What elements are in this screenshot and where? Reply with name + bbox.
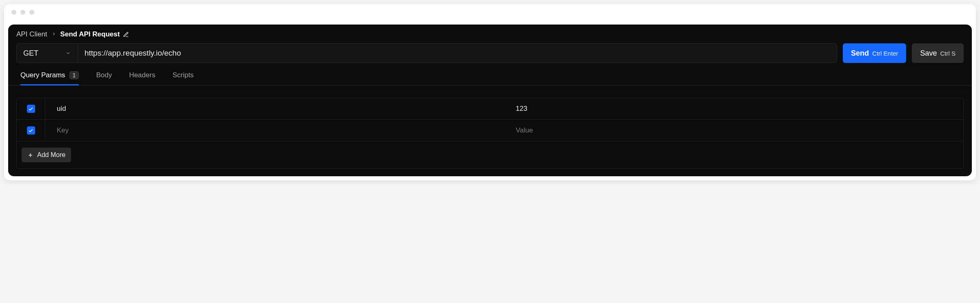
content-panel: API Client Send API Request GET Send xyxy=(8,25,972,176)
checkbox-icon[interactable] xyxy=(27,126,35,135)
param-enabled-cell xyxy=(17,120,45,141)
url-bar: GET xyxy=(16,43,837,63)
close-icon[interactable] xyxy=(11,10,16,15)
param-row xyxy=(17,120,963,141)
param-value-input[interactable] xyxy=(516,126,952,135)
send-label: Send xyxy=(851,49,869,58)
tab-body[interactable]: Body xyxy=(96,71,112,85)
breadcrumb-current: Send API Request xyxy=(60,30,129,38)
tab-query-params[interactable]: Query Params 1 xyxy=(20,71,79,85)
request-row: GET Send Ctrl Enter Save Ctrl S xyxy=(8,43,972,63)
param-key-input[interactable] xyxy=(57,105,493,113)
param-key-cell xyxy=(45,120,504,141)
param-key-input[interactable] xyxy=(57,126,493,135)
breadcrumb-current-label: Send API Request xyxy=(60,30,120,38)
send-button[interactable]: Send Ctrl Enter xyxy=(843,43,906,63)
param-value-cell xyxy=(504,99,963,119)
method-select[interactable]: GET xyxy=(17,44,78,63)
tab-headers[interactable]: Headers xyxy=(129,71,155,85)
add-more-button[interactable]: Add More xyxy=(22,148,71,162)
param-row xyxy=(17,98,963,120)
save-button[interactable]: Save Ctrl S xyxy=(912,43,964,63)
minimize-icon[interactable] xyxy=(20,10,25,15)
send-shortcut: Ctrl Enter xyxy=(872,50,898,57)
breadcrumb: API Client Send API Request xyxy=(8,30,972,43)
add-more-wrap: Add More xyxy=(17,141,963,168)
titlebar xyxy=(4,4,976,20)
chevron-down-icon xyxy=(65,50,71,56)
checkbox-icon[interactable] xyxy=(27,105,35,113)
chevron-right-icon xyxy=(51,31,56,38)
param-key-cell xyxy=(45,99,504,119)
tab-label: Query Params xyxy=(20,71,65,79)
plus-icon xyxy=(27,152,33,158)
add-more-label: Add More xyxy=(37,151,65,159)
fullscreen-icon[interactable] xyxy=(29,10,34,15)
param-enabled-cell xyxy=(17,98,45,119)
save-label: Save xyxy=(920,49,937,58)
url-input[interactable] xyxy=(78,44,837,63)
method-label: GET xyxy=(23,49,38,58)
tab-scripts[interactable]: Scripts xyxy=(172,71,194,85)
breadcrumb-root[interactable]: API Client xyxy=(16,30,47,38)
app-window: API Client Send API Request GET Send xyxy=(4,4,976,180)
param-value-cell xyxy=(504,120,963,141)
tabs: Query Params 1 Body Headers Scripts xyxy=(8,63,972,85)
params-panel: Add More xyxy=(16,98,964,169)
tab-badge: 1 xyxy=(69,71,79,79)
param-value-input[interactable] xyxy=(516,105,952,113)
save-shortcut: Ctrl S xyxy=(940,50,956,57)
edit-icon[interactable] xyxy=(123,31,129,38)
